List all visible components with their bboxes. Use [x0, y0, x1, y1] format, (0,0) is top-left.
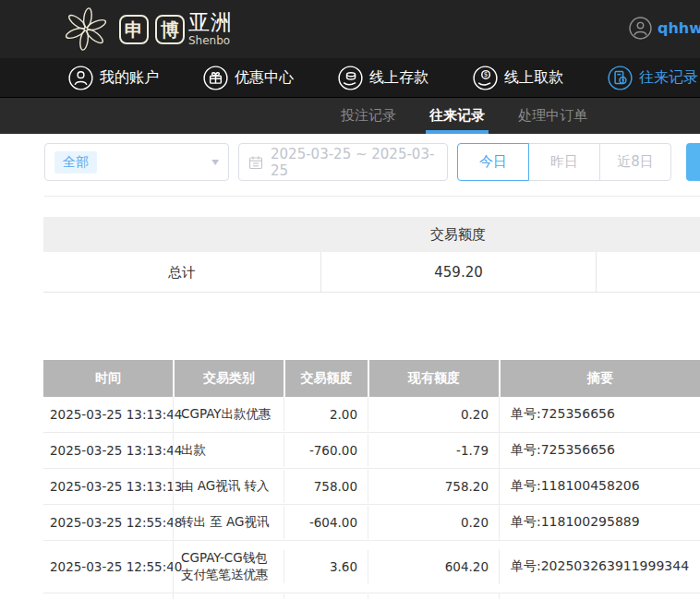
table-cell: 单号:725356656 — [499, 433, 700, 468]
table-cell: 单号:725356656 — [499, 397, 700, 432]
col-header-time: 时间 — [43, 360, 173, 397]
table-cell: -1.79 — [368, 434, 499, 467]
type-select-value: 全部 — [54, 151, 97, 174]
calendar-icon — [248, 155, 263, 170]
table-cell: 3.60 — [284, 550, 368, 583]
nav-item-deposit[interactable]: 线上存款 — [338, 66, 428, 90]
quick-range-group: 今日 昨日 近8日 — [457, 143, 671, 181]
yesterday-button[interactable]: 昨日 — [528, 143, 600, 181]
col-header-balance: 现有额度 — [368, 360, 499, 397]
nav-label: 优惠中心 — [235, 68, 294, 88]
username[interactable]: qhhw2 — [658, 19, 700, 37]
table-cell: 单号:118100458206 — [499, 469, 700, 504]
tab-transaction-records[interactable]: 往来记录 — [428, 98, 487, 134]
main-nav: 我的账户 优惠中心 线上存款 $ 线上取款 — [0, 58, 700, 98]
table-cell: -760.00 — [284, 434, 368, 467]
records-table: 时间 交易类别 交易额度 现有额度 摘要 2025-03-25 13:13:44… — [43, 360, 700, 599]
logo-region: 亚洲 — [188, 12, 233, 33]
table-cell: 单号:118100295889 — [499, 505, 700, 540]
records-icon — [608, 66, 633, 90]
summary-total-value: 459.20 — [320, 252, 596, 293]
withdraw-icon: $ — [473, 66, 498, 90]
table-cell: 2025-03-25 13:13:13 — [43, 470, 173, 503]
gift-icon — [203, 66, 228, 90]
col-header-amount: 交易额度 — [284, 360, 368, 397]
flower-logo-icon — [59, 5, 113, 54]
summary-header-row: 交易额度 — [43, 217, 700, 252]
nav-item-withdraw[interactable]: $ 线上取款 — [473, 66, 563, 90]
filter-bar: 全部 ▼ 2025-03-25 ~ 2025-03-25 今日 昨日 近8日 — [44, 143, 700, 181]
table-cell: 600.00 — [284, 594, 368, 599]
search-button[interactable] — [686, 143, 700, 181]
table-cell: 758.00 — [284, 470, 368, 503]
table-cell: 2025-03-25 12:55:40 — [43, 594, 173, 599]
table-cell: 2025-03-25 13:13:44 — [43, 398, 173, 431]
col-header-type: 交易类别 — [173, 360, 284, 397]
records-body: 2025-03-25 13:13:44CGPAY出款优惠2.000.20单号:7… — [43, 397, 700, 599]
table-cell: 转出 至 AG视讯 — [173, 505, 284, 540]
divider — [44, 196, 700, 197]
logo-char-bo: 博 — [155, 15, 185, 44]
table-cell: CGPAY-CG钱包支付笔笔送优惠 — [173, 541, 284, 593]
svg-text:$: $ — [484, 70, 489, 78]
summary-table: 交易额度 总计 459.20 — [43, 217, 700, 293]
account-link[interactable]: qhhw2 — [629, 17, 700, 40]
table-cell: -604.00 — [284, 506, 368, 539]
table-row: 2025-03-25 13:13:44CGPAY出款优惠2.000.20单号:7… — [43, 397, 700, 433]
avatar-icon — [629, 17, 652, 40]
nav-label: 线上存款 — [369, 68, 428, 88]
col-header-summary: 摘要 — [499, 360, 700, 397]
table-cell: 出款 — [173, 433, 284, 468]
tab-pending-orders[interactable]: 处理中订单 — [516, 98, 589, 134]
table-cell: 758.20 — [368, 470, 499, 503]
logo-char-shen: 申 — [119, 15, 149, 44]
table-row: 2025-03-25 12:55:48转出 至 AG视讯-604.000.20单… — [43, 505, 700, 541]
nav-item-promotions[interactable]: 优惠中心 — [203, 66, 294, 90]
table-cell: 2025-03-25 13:13:44 — [43, 434, 173, 467]
table-cell: CGPAY支付 — [173, 593, 284, 599]
table-cell: 单号:202503263911999344 — [499, 549, 700, 584]
table-row: 2025-03-25 12:55:40CGPAY支付600.00600.60单号… — [43, 593, 700, 599]
table-cell: 2.00 — [284, 398, 368, 431]
table-cell: 单号:202503263911999344 — [499, 593, 700, 599]
type-select[interactable]: 全部 ▼ — [44, 143, 229, 181]
nav-label: 往来记录 — [639, 68, 698, 88]
today-button[interactable]: 今日 — [457, 143, 529, 181]
nav-item-my-account[interactable]: 我的账户 — [68, 66, 159, 90]
nav-label: 我的账户 — [100, 68, 159, 88]
tab-label: 投注记录 — [341, 107, 396, 125]
date-range-value: 2025-03-25 ~ 2025-03-25 — [271, 146, 438, 179]
table-cell: 604.20 — [368, 550, 499, 583]
summary-header-label: 交易额度 — [320, 226, 596, 244]
table-row: 2025-03-25 13:13:13由 AG视讯 转入758.00758.20… — [43, 469, 700, 505]
brand-logo: 申 博 亚洲 Shenbo — [59, 5, 233, 54]
table-cell: 由 AG视讯 转入 — [173, 469, 284, 504]
table-cell: 600.60 — [368, 594, 499, 599]
tab-label: 往来记录 — [429, 107, 485, 125]
user-icon — [68, 66, 93, 90]
sub-nav: 投注记录 往来记录 处理中订单 — [0, 98, 700, 134]
table-cell: 0.20 — [368, 398, 499, 431]
tab-label: 处理中订单 — [518, 107, 587, 125]
nav-label: 线上取款 — [504, 68, 563, 88]
table-row: 2025-03-25 12:55:40CGPAY-CG钱包支付笔笔送优惠3.60… — [43, 541, 700, 593]
records-header-row: 时间 交易类别 交易额度 现有额度 摘要 — [43, 360, 700, 397]
summary-total-label: 总计 — [43, 252, 320, 293]
table-cell: 2025-03-25 12:55:48 — [43, 506, 173, 539]
table-cell: 2025-03-25 12:55:40 — [43, 550, 173, 583]
last8days-button[interactable]: 近8日 — [599, 143, 671, 181]
table-row: 2025-03-25 13:13:44出款-760.00-1.79单号:7253… — [43, 433, 700, 469]
tab-betting-records[interactable]: 投注记录 — [339, 98, 398, 134]
logo-latin: Shenbo — [188, 35, 233, 46]
date-range-input[interactable]: 2025-03-25 ~ 2025-03-25 — [238, 143, 448, 181]
deposit-icon — [338, 66, 363, 90]
table-cell: 0.20 — [368, 506, 499, 539]
top-header: 申 博 亚洲 Shenbo qhhw2 — [0, 0, 700, 58]
nav-item-transactions[interactable]: 往来记录 — [608, 66, 698, 90]
table-cell: CGPAY出款优惠 — [173, 397, 284, 432]
chevron-down-icon: ▼ — [211, 158, 219, 166]
summary-total-row: 总计 459.20 — [43, 252, 700, 293]
